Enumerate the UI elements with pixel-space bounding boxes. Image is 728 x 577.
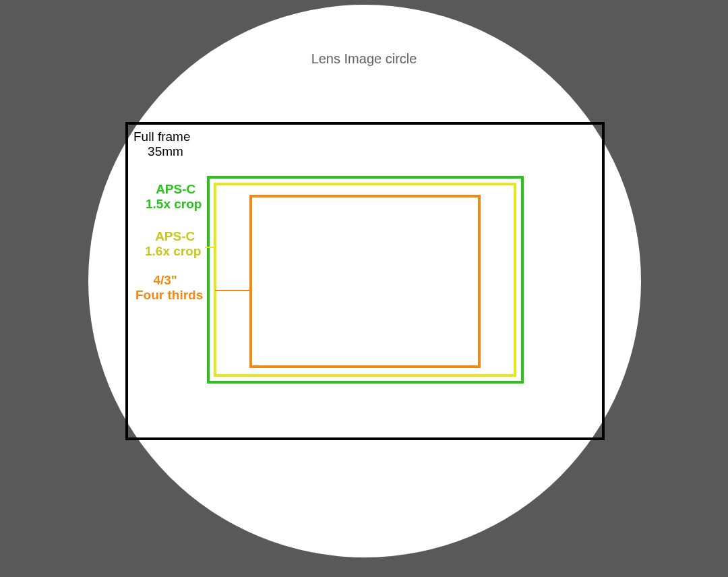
label-apsc16: APS-C 1.6x crop xyxy=(145,229,201,259)
leader-fourthirds xyxy=(215,290,250,291)
frame-fourthirds xyxy=(249,195,481,368)
label-apsc15: APS-C 1.5x crop xyxy=(146,182,202,212)
diagram-stage: Lens Image circle Full frame 35mm APS-C … xyxy=(0,0,728,577)
label-fullframe: Full frame 35mm xyxy=(133,129,190,159)
leader-apsc16 xyxy=(205,247,215,248)
label-fourthirds: 4/3" Four thirds xyxy=(135,273,203,303)
diagram-title: Lens Image circle xyxy=(0,51,728,67)
